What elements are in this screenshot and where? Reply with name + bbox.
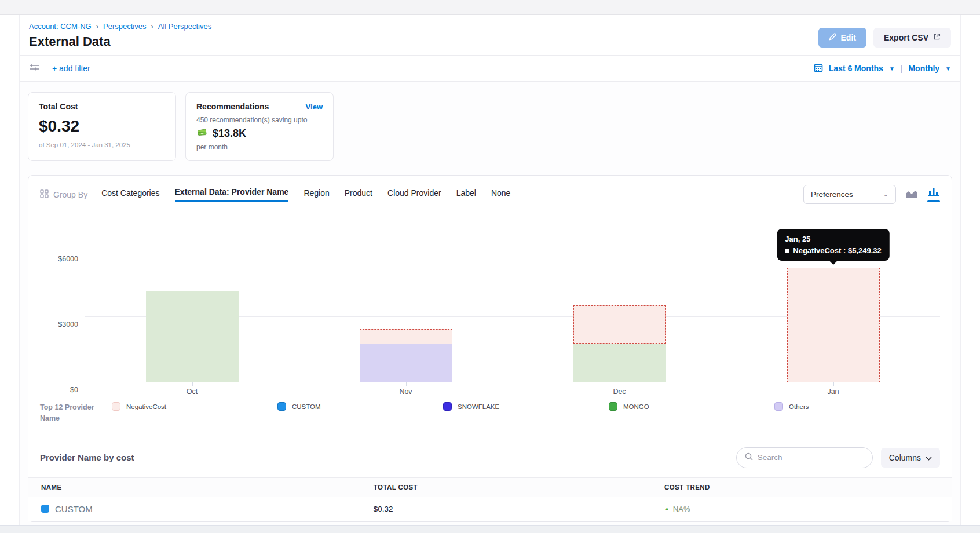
breadcrumb-item-perspectives[interactable]: Perspectives [103, 22, 146, 31]
bar-segment-negativecost-jan[interactable] [787, 268, 880, 382]
columns-button[interactable]: Columns [881, 448, 940, 468]
tab-product[interactable]: Product [345, 188, 372, 201]
pencil-icon [829, 33, 836, 42]
edit-button[interactable]: Edit [818, 28, 866, 48]
legend-item-snowflake[interactable]: SNOWFLAKE [443, 402, 609, 411]
total-cost-value: $0.32 [39, 117, 165, 136]
window-bottom-strip [0, 525, 980, 533]
bar-group-oct: Oct [85, 220, 299, 382]
divider: | [901, 64, 903, 73]
column-header-total-cost[interactable]: TOTAL COST [361, 484, 652, 491]
add-filter-button[interactable]: + add filter [52, 64, 90, 73]
legend-swatch-negativecost [112, 402, 120, 411]
legend-swatch-others [774, 402, 783, 411]
total-cost-period: of Sep 01, 2024 - Jan 31, 2025 [39, 141, 165, 148]
breadcrumb-separator: › [96, 22, 98, 31]
legend-swatch-mongo [609, 402, 617, 411]
chevron-down-icon [926, 453, 932, 462]
tab-label[interactable]: Label [456, 188, 476, 201]
chevron-down-icon[interactable]: ▼ [945, 65, 951, 72]
bar-stack-oct[interactable] [146, 291, 239, 382]
time-range-selector[interactable]: Last 6 Months [829, 64, 883, 73]
legend-label-snowflake: SNOWFLAKE [458, 403, 499, 410]
tab-none[interactable]: None [491, 188, 510, 201]
legend-label-negativecost: NegativeCost [126, 403, 166, 410]
recommendations-card: Recommendations View 450 recommendation(… [185, 92, 334, 161]
legend-label-custom: CUSTOM [292, 403, 321, 410]
bar-segment-negativecost-nov[interactable] [360, 329, 452, 344]
external-link-icon [933, 33, 941, 42]
table-title: Provider Name by cost [40, 452, 134, 462]
tab-external-data-provider-name[interactable]: External Data: Provider Name [175, 187, 289, 202]
granularity-selector[interactable]: Monthly [908, 64, 939, 73]
page: Account: CCM-NG›Perspectives›All Perspec… [19, 15, 961, 533]
content-area: Total Cost $0.32 of Sep 01, 2024 - Jan 3… [20, 82, 960, 533]
y-axis-tick-label: $0 [70, 386, 78, 394]
tooltip-title: Jan, 25 [785, 235, 881, 243]
recommendations-subtitle: 450 recommendation(s) saving upto [196, 116, 323, 124]
search-icon [745, 452, 753, 463]
table-header-row: NAMETOTAL COSTCOST TREND [28, 477, 952, 497]
bar-segment-mongo-dec[interactable] [573, 344, 666, 382]
row-name-label: CUSTOM [55, 504, 93, 514]
bar-segment-others-nov[interactable] [360, 344, 452, 382]
chevron-down-icon: ⌄ [883, 191, 888, 198]
legend-label-mongo: MONGO [623, 403, 649, 410]
row-swatch-custom [41, 505, 49, 513]
column-header-cost-trend[interactable]: COST TREND [652, 484, 952, 491]
active-chart-indicator [927, 200, 940, 202]
recommendations-view-link[interactable]: View [306, 103, 323, 111]
recommendations-title: Recommendations [196, 102, 269, 111]
table-body: CUSTOM$0.32▲NA% [28, 497, 952, 521]
x-axis-label-jan: Jan [827, 388, 839, 396]
money-savings-icon [196, 128, 208, 140]
tab-cost-categories[interactable]: Cost Categories [101, 188, 159, 201]
page-header: Account: CCM-NG›Perspectives›All Perspec… [20, 15, 960, 56]
preferences-dropdown[interactable]: Preferences ⌄ [803, 185, 896, 204]
grid-icon [40, 189, 49, 200]
bar-stack-dec[interactable] [573, 305, 666, 382]
bar-chart-icon [928, 187, 939, 199]
total-cost-card: Total Cost $0.32 of Sep 01, 2024 - Jan 3… [28, 92, 176, 161]
legend-item-negativecost[interactable]: NegativeCost [112, 402, 277, 411]
breadcrumb-item-all-perspectives[interactable]: All Perspectives [158, 22, 211, 31]
legend-item-custom[interactable]: CUSTOM [277, 402, 443, 411]
tooltip-series-bullet [785, 249, 789, 253]
x-axis-label-oct: Oct [187, 388, 198, 396]
trend-up-icon: ▲ [664, 506, 670, 512]
tooltip-value: NegativeCost : $5,249.32 [793, 246, 881, 255]
area-chart-toggle[interactable] [905, 189, 918, 200]
x-axis-label-dec: Dec [613, 388, 626, 396]
legend-items: NegativeCostCUSTOMSNOWFLAKEMONGOOthers [112, 402, 940, 411]
breadcrumb-item-account-ccm-ng[interactable]: Account: CCM-NG [29, 22, 92, 31]
x-axis-tick [620, 382, 620, 386]
groupby-label-wrap: Group By [40, 189, 87, 200]
groupby-tabs: Cost CategoriesExternal Data: Provider N… [101, 187, 510, 202]
bar-segment-mongo-oct[interactable] [146, 291, 239, 382]
tab-region[interactable]: Region [303, 188, 329, 201]
calendar-icon [814, 63, 823, 74]
y-axis-tick-label: $6000 [58, 255, 78, 263]
cell-total-cost: $0.32 [361, 505, 652, 513]
search-input[interactable] [758, 453, 864, 462]
chevron-down-icon[interactable]: ▼ [889, 65, 895, 72]
bar-group-dec: Dec [513, 220, 726, 382]
legend-item-mongo[interactable]: MONGO [609, 402, 774, 411]
tab-cloud-provider[interactable]: Cloud Provider [387, 188, 441, 201]
export-csv-button[interactable]: Export CSV [873, 28, 951, 48]
filter-sliders-icon[interactable] [29, 63, 39, 74]
bar-chart-toggle[interactable] [927, 187, 940, 202]
legend-item-others[interactable]: Others [774, 402, 940, 411]
table-search[interactable] [736, 447, 873, 468]
breadcrumb-separator: › [151, 22, 153, 31]
cell-cost-trend: ▲NA% [652, 505, 952, 513]
perspective-panel: Group By Cost CategoriesExternal Data: P… [28, 175, 952, 522]
table-row-custom[interactable]: CUSTOM$0.32▲NA% [28, 497, 952, 521]
bar-stack-jan[interactable] [787, 268, 880, 382]
bar-segment-negativecost-dec[interactable] [573, 305, 666, 344]
column-header-name[interactable]: NAME [28, 484, 361, 491]
cost-chart: Jan, 25 NegativeCost : $5,249.32 $0$3000… [40, 220, 940, 382]
cell-name: CUSTOM [28, 504, 361, 514]
bar-stack-nov[interactable] [360, 329, 452, 382]
legend-swatch-custom [277, 402, 286, 411]
